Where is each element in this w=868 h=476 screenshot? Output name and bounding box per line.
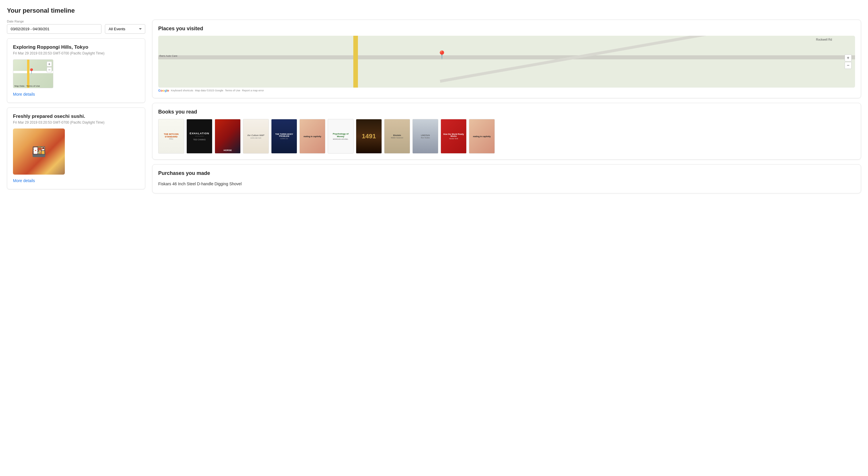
map-keyboard: Keyboard shortcuts [171,89,193,92]
book-cover-einstein[interactable]: Einstein Walter Isaacson [384,119,410,154]
map-panel-pin: 📍 [437,50,447,60]
event-filter-select[interactable]: All Events Places Books Purchases Photos [105,24,145,34]
map-panel-place-label: thers Auto Care [159,55,178,57]
purchases-title: Purchases you made [158,170,855,176]
book-divider [195,136,204,136]
book-author-3body: CIXIN LIU [280,138,288,139]
event-card-roppongi: Exploring Roppongi Hills, Tokyo Fri Mar … [7,38,145,103]
left-column: Date Range All Events Places Books Purch… [7,20,145,194]
date-range-section: Date Range All Events Places Books Purch… [7,20,145,34]
purchase-item-shovel: Fiskars 46 Inch Steel D-handle Digging S… [158,180,855,187]
book-cover-culture-map[interactable]: the Culture MAP ERIN MEYER [243,119,269,154]
map-footer: Google Keyboard shortcuts Map data ©2023… [158,89,855,92]
map-panel-road-h [158,55,855,59]
book-title-1491: 1491 [362,132,376,140]
book-cover-lincoln[interactable]: LINCOLN Ron Towles [412,119,438,154]
book-title-mating-1: mating in captivity [304,135,321,137]
places-panel: Places you visited 📍 Rockwell Rd thers A… [152,20,861,98]
book-title-bitcoin: THE BITCOIN STANDARD [160,133,183,138]
map-panel-zoom-out[interactable]: − [845,62,851,69]
map-controls: + − [47,61,52,72]
event-map-roppongi[interactable]: 📍 Map Data · Terms of Use + − [13,59,53,88]
map-panel-road-v [353,36,358,88]
event-title-roppongi: Exploring Roppongi Hills, Tokyo [13,44,139,50]
book-title-exhalation: EXHALATION [190,132,209,135]
event-title-sushi: Freshly prepared osechi sushi. [13,114,139,119]
main-layout: Date Range All Events Places Books Purch… [7,20,861,194]
map-zoom-in[interactable]: + [47,61,52,67]
google-logo: Google [158,89,169,92]
date-range-input[interactable] [7,24,101,34]
book-author-smil: Vaclav Smil [449,138,458,139]
map-panel-zoom-in[interactable]: + [845,55,851,61]
book-cover-3body[interactable]: THE THREE-BODY PROBLEM CIXIN LIU [271,119,297,154]
event-card-sushi: Freshly prepared osechi sushi. Fri Mar 2… [7,107,145,189]
purchases-panel: Purchases you made Fiskars 46 Inch Steel… [152,164,861,193]
more-details-sushi[interactable]: More details [13,178,35,183]
map-panel-road-label: Rockwell Rd [816,38,832,41]
book-cover-smil[interactable]: How the World Really Works Vaclav Smil [441,119,467,154]
map-terms: Terms of Use [225,89,240,92]
event-date-sushi: Fri Mar 29 2019 03:20:53 GMT-0700 (Pacif… [13,121,139,125]
event-date-roppongi: Fri Mar 29 2019 03:20:53 GMT-0700 (Pacif… [13,51,139,55]
book-cover-bitcoin[interactable]: THE BITCOIN STANDARD Wiley [158,119,184,154]
book-cover-horse[interactable]: HORSE [215,119,241,154]
map-label: Map Data · Terms of Use [14,85,40,87]
books-grid: THE BITCOIN STANDARD Wiley EXHALATION TE… [158,119,855,154]
book-title-mating-2: mating in captivity [473,135,491,137]
map-data: Map data ©2023 Google [195,89,223,92]
right-column: Places you visited 📍 Rockwell Rd thers A… [152,20,861,193]
date-range-row: All Events Places Books Purchases Photos [7,24,145,34]
book-title-einstein: Einstein [393,134,401,136]
event-photo-sushi: 🍱 [13,128,65,174]
book-author-lincoln: Ron Towles [421,137,430,138]
books-panel: Books you read THE BITCOIN STANDARD Wile… [152,103,861,160]
map-report: Report a map error [242,89,264,92]
book-title-smil: How the World Really Works [442,133,465,137]
map-panel-controls: + − [845,55,851,69]
book-cover-mating-1[interactable]: mating in captivity [300,119,326,154]
book-author-exhalation: TED CHIANG [193,138,206,140]
book-cover-1491[interactable]: 1491 [356,119,382,154]
places-map[interactable]: 📍 Rockwell Rd thers Auto Care + − [158,36,855,88]
book-title-lincoln: LINCOLN [421,134,430,136]
book-title-horse: HORSE [224,149,232,152]
book-author-bitcoin: Wiley [169,138,174,140]
book-title-culture: the Culture MAP [248,134,265,136]
page-title: Your personal timeline [7,7,861,14]
book-cover-mating-2[interactable]: mating in captivity [469,119,495,154]
book-title-psych: Psychology of Money [329,132,352,138]
books-title: Books you read [158,109,855,115]
book-cover-psych-money[interactable]: Psychology of Money MORGAN HOUSEL [328,119,353,154]
more-details-roppongi[interactable]: More details [13,92,35,97]
places-title: Places you visited [158,26,855,32]
book-author-einstein: Walter Isaacson [391,137,403,138]
map-pin: 📍 [28,68,35,74]
book-author-psych: MORGAN HOUSEL [333,138,348,140]
date-range-label: Date Range [7,20,145,23]
book-cover-exhalation[interactable]: EXHALATION TED CHIANG [186,119,212,154]
book-author-culture: ERIN MEYER [250,137,261,139]
book-title-3body: THE THREE-BODY PROBLEM [273,133,296,137]
map-zoom-out[interactable]: − [47,67,52,72]
